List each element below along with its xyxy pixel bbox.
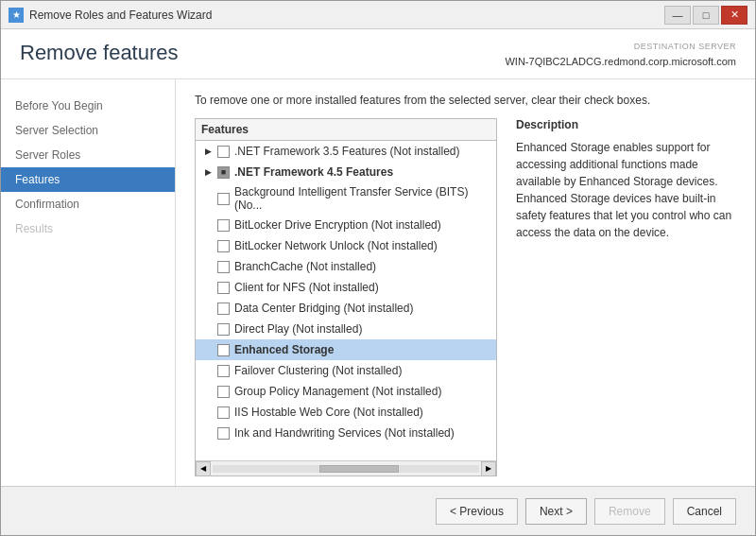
- checkbox-client-nfs[interactable]: [217, 282, 230, 294]
- description-text: Enhanced Storage enables support for acc…: [516, 139, 736, 241]
- expand-icon-dotnet45[interactable]: ▶: [201, 165, 215, 179]
- description-panel: Description Enhanced Storage enables sup…: [516, 118, 736, 476]
- cancel-button[interactable]: Cancel: [673, 498, 736, 525]
- checkbox-bitlocker-drive[interactable]: [217, 219, 230, 232]
- feature-item-enhanced-storage[interactable]: Enhanced Storage: [196, 339, 496, 360]
- window-controls: — □ ✕: [664, 6, 747, 25]
- instruction-text: To remove one or more installed features…: [195, 94, 736, 107]
- feature-label-bitlocker-network: BitLocker Network Unlock (Not installed): [234, 239, 438, 252]
- feature-item-group-policy[interactable]: Group Policy Management (Not installed): [196, 381, 496, 402]
- feature-label-bits: Background Intelligent Transfer Service …: [234, 185, 490, 212]
- scroll-track[interactable]: [213, 465, 479, 473]
- feature-item-dotnet35[interactable]: ▶ .NET Framework 3.5 Features (Not insta…: [196, 141, 496, 162]
- feature-item-failover-clustering[interactable]: Failover Clustering (Not installed): [196, 360, 496, 381]
- feature-item-ink-handwriting[interactable]: Ink and Handwriting Services (Not instal…: [196, 423, 496, 443]
- expand-spacer-client-nfs: [201, 281, 215, 294]
- feature-label-branchcache: BranchCache (Not installed): [234, 260, 376, 273]
- expand-spacer-bitlocker-network: [201, 239, 215, 252]
- main-window: ★ Remove Roles and Features Wizard — □ ✕…: [0, 0, 756, 536]
- sidebar-item-server-roles[interactable]: Server Roles: [1, 143, 175, 167]
- description-header: Description: [516, 118, 736, 131]
- app-icon: ★: [9, 8, 24, 23]
- expand-icon-dotnet35[interactable]: ▶: [201, 145, 215, 158]
- window-title: Remove Roles and Features Wizard: [29, 9, 212, 22]
- feature-label-group-policy: Group Policy Management (Not installed): [234, 385, 441, 398]
- page-title: Remove features: [20, 41, 179, 65]
- sidebar-item-before-you-begin[interactable]: Before You Begin: [1, 94, 175, 118]
- header-section: Remove features DESTINATION SERVER WIN-7…: [1, 29, 755, 79]
- feature-item-branchcache[interactable]: BranchCache (Not installed): [196, 256, 496, 277]
- feature-label-iis-hostable: IIS Hostable Web Core (Not installed): [234, 406, 423, 419]
- expand-spacer-failover-clustering: [201, 364, 215, 377]
- expand-spacer-branchcache: [201, 260, 215, 273]
- checkbox-dotnet35[interactable]: [217, 146, 230, 158]
- feature-item-direct-play[interactable]: Direct Play (Not installed): [196, 319, 496, 339]
- feature-label-direct-play: Direct Play (Not installed): [234, 322, 362, 336]
- sidebar-item-features[interactable]: Features: [1, 167, 175, 192]
- destination-label: DESTINATION SERVER: [505, 41, 736, 54]
- sidebar: Before You Begin Server Selection Server…: [1, 79, 176, 486]
- expand-spacer-group-policy: [201, 385, 215, 398]
- title-bar: ★ Remove Roles and Features Wizard — □ ✕: [1, 1, 755, 29]
- checkbox-bitlocker-network[interactable]: [217, 240, 230, 252]
- checkbox-failover-clustering[interactable]: [217, 365, 230, 377]
- close-button[interactable]: ✕: [721, 6, 747, 25]
- feature-label-dotnet45: .NET Framework 4.5 Features: [234, 165, 393, 179]
- feature-label-bitlocker-drive: BitLocker Drive Encryption (Not installe…: [234, 218, 441, 232]
- title-bar-left: ★ Remove Roles and Features Wizard: [9, 8, 212, 23]
- sidebar-item-server-selection[interactable]: Server Selection: [1, 118, 175, 143]
- features-list-container: Features ▶ .NET Framework 3.5 Features (…: [195, 118, 497, 476]
- checkbox-enhanced-storage[interactable]: [217, 344, 230, 356]
- feature-item-dotnet45[interactable]: ▶ ■ .NET Framework 4.5 Features: [196, 162, 496, 182]
- next-button[interactable]: Next >: [525, 498, 587, 525]
- main-panel: To remove one or more installed features…: [176, 79, 755, 486]
- feature-item-iis-hostable[interactable]: IIS Hostable Web Core (Not installed): [196, 402, 496, 423]
- checkbox-group-policy[interactable]: [217, 386, 230, 398]
- minimize-button[interactable]: —: [664, 6, 691, 25]
- expand-spacer-iis-hostable: [201, 406, 215, 419]
- checkbox-datacenter-bridging[interactable]: [217, 303, 230, 315]
- expand-spacer-enhanced-storage: [201, 343, 215, 356]
- feature-label-datacenter-bridging: Data Center Bridging (Not installed): [234, 302, 413, 315]
- feature-label-dotnet35: .NET Framework 3.5 Features (Not install…: [234, 145, 460, 158]
- features-area: Features ▶ .NET Framework 3.5 Features (…: [195, 118, 736, 476]
- feature-label-ink-handwriting: Ink and Handwriting Services (Not instal…: [234, 426, 455, 440]
- expand-spacer-ink-handwriting: [201, 426, 215, 440]
- checkbox-direct-play[interactable]: [217, 323, 230, 336]
- feature-item-bitlocker-network[interactable]: BitLocker Network Unlock (Not installed): [196, 235, 496, 256]
- feature-item-client-nfs[interactable]: Client for NFS (Not installed): [196, 277, 496, 298]
- feature-label-client-nfs: Client for NFS (Not installed): [234, 281, 379, 294]
- horizontal-scrollbar[interactable]: ◀ ▶: [196, 460, 496, 475]
- expand-spacer-datacenter-bridging: [201, 302, 215, 315]
- expand-spacer-bitlocker-drive: [201, 218, 215, 232]
- content-area: Before You Begin Server Selection Server…: [1, 79, 755, 486]
- features-list-header: Features: [196, 119, 496, 141]
- feature-label-failover-clustering: Failover Clustering (Not installed): [234, 364, 402, 377]
- body-area: Remove features DESTINATION SERVER WIN-7…: [1, 29, 755, 535]
- expand-spacer-bits: [201, 192, 215, 205]
- maximize-button[interactable]: □: [693, 6, 719, 25]
- scroll-left-button[interactable]: ◀: [196, 461, 211, 476]
- checkbox-branchcache[interactable]: [217, 261, 230, 273]
- scroll-thumb[interactable]: [319, 465, 400, 473]
- checkbox-bits[interactable]: [217, 193, 230, 205]
- feature-item-datacenter-bridging[interactable]: Data Center Bridging (Not installed): [196, 298, 496, 319]
- scroll-right-button[interactable]: ▶: [481, 461, 496, 476]
- checkbox-ink-handwriting[interactable]: [217, 427, 230, 440]
- checkbox-iis-hostable[interactable]: [217, 406, 230, 419]
- destination-server: DESTINATION SERVER WIN-7QIBC2LADCG.redmo…: [505, 41, 736, 69]
- feature-label-enhanced-storage: Enhanced Storage: [234, 343, 334, 356]
- expand-spacer-direct-play: [201, 322, 215, 336]
- feature-item-bitlocker-drive[interactable]: BitLocker Drive Encryption (Not installe…: [196, 215, 496, 235]
- remove-button[interactable]: Remove: [594, 498, 665, 525]
- sidebar-item-results: Results: [1, 216, 175, 241]
- sidebar-item-confirmation[interactable]: Confirmation: [1, 192, 175, 216]
- server-name: WIN-7QIBC2LADCG.redmond.corp.microsoft.c…: [505, 54, 736, 70]
- footer: < Previous Next > Remove Cancel: [1, 486, 755, 535]
- checkbox-dotnet45[interactable]: ■: [217, 166, 230, 179]
- previous-button[interactable]: < Previous: [436, 498, 518, 525]
- features-list[interactable]: ▶ .NET Framework 3.5 Features (Not insta…: [196, 141, 496, 460]
- feature-item-bits[interactable]: Background Intelligent Transfer Service …: [196, 182, 496, 215]
